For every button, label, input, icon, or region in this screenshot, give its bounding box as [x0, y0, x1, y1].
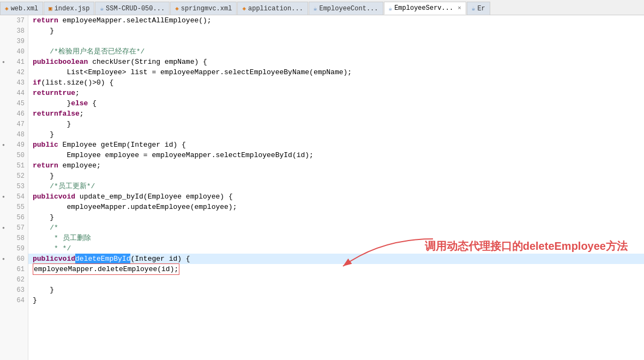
tab-employee-cont[interactable]: ☕EmployeeCont...: [309, 2, 383, 15]
tab-springmvc-xml[interactable]: ◈springmvc.xml: [170, 2, 237, 15]
tab-icon-ssm-crud: ☕: [100, 5, 104, 12]
line-number-52: 52: [0, 171, 28, 181]
tab-label-employee-serv: EmployeeServ...: [394, 4, 453, 12]
code-line-57: /*: [28, 223, 644, 233]
code-line-46: return false;: [28, 109, 644, 119]
line-number-44: 44: [0, 88, 28, 98]
line-number-64: 64: [0, 295, 28, 305]
line-number-51: 51: [0, 160, 28, 171]
tab-label-employee-cont: EmployeeCont...: [319, 5, 378, 13]
code-line-63: }: [28, 285, 644, 295]
code-line-41: public boolean checkUser(String empName)…: [28, 57, 644, 67]
code-line-47: }: [28, 119, 644, 129]
line-number-63: 63: [0, 285, 28, 295]
code-line-54: public void update_emp_byId(Employee emp…: [28, 191, 644, 202]
tab-icon-application: ◈: [242, 5, 246, 12]
line-number-37: 37: [0, 15, 28, 26]
line-numbers: 3738394041424344454647484950515253545556…: [0, 15, 28, 360]
tab-emp-tab[interactable]: ☕Er: [467, 2, 490, 15]
code-line-44: return true;: [28, 88, 644, 98]
line-number-57: 57: [0, 223, 28, 233]
line-number-48: 48: [0, 129, 28, 140]
code-line-60: public void deleteEmpById(Integer id) {: [28, 254, 644, 264]
code-line-52: }: [28, 171, 644, 181]
code-line-59: * */: [28, 243, 644, 254]
code-lines: return employeeMapper.selectAllEmployee(…: [28, 15, 644, 305]
line-number-60: 60: [0, 254, 28, 264]
code-line-58: * 员工删除: [28, 233, 644, 243]
line-number-40: 40: [0, 46, 28, 57]
line-number-53: 53: [0, 181, 28, 191]
code-line-51: return employee;: [28, 160, 644, 171]
line-number-42: 42: [0, 67, 28, 77]
line-number-55: 55: [0, 202, 28, 212]
line-number-49: 49: [0, 140, 28, 150]
line-number-43: 43: [0, 77, 28, 88]
line-number-50: 50: [0, 150, 28, 160]
code-line-40: /*检验用户名是否已经存在*/: [28, 46, 644, 57]
line-number-56: 56: [0, 212, 28, 223]
tab-close-employee-serv[interactable]: ×: [458, 5, 461, 11]
tab-icon-index-jsp: ▣: [49, 5, 52, 12]
line-number-47: 47: [0, 119, 28, 129]
line-number-46: 46: [0, 109, 28, 119]
line-number-61: 61: [0, 264, 28, 274]
line-number-41: 41: [0, 57, 28, 67]
tab-icon-employee-serv: ☕: [389, 5, 393, 12]
tab-label-springmvc-xml: springmvc.xml: [181, 5, 232, 13]
code-container: 3738394041424344454647484950515253545556…: [0, 15, 644, 360]
code-line-45: }else {: [28, 98, 644, 109]
code-line-39: [28, 36, 644, 46]
tab-label-web-xml: web.xml: [11, 5, 38, 13]
line-number-54: 54: [0, 191, 28, 202]
tab-icon-emp-tab: ☕: [472, 5, 476, 12]
code-line-37: return employeeMapper.selectAllEmployee(…: [28, 15, 644, 26]
tab-label-ssm-crud: SSM-CRUD-050...: [106, 5, 165, 13]
tab-label-index-jsp: index.jsp: [55, 5, 90, 13]
tab-bar: ◈web.xml▣index.jsp☕SSM-CRUD-050...◈sprin…: [0, 0, 644, 15]
code-line-42: List<Employee> list = employeeMapper.sel…: [28, 67, 644, 77]
line-number-38: 38: [0, 26, 28, 36]
code-line-61: employeeMapper.deleteEmployee(id);: [28, 264, 644, 274]
code-line-50: Employee employee = employeeMapper.selec…: [28, 150, 644, 160]
line-number-62: 62: [0, 274, 28, 285]
line-number-59: 59: [0, 243, 28, 254]
code-line-43: if(list.size()>0) {: [28, 77, 644, 88]
code-content[interactable]: return employeeMapper.selectAllEmployee(…: [28, 15, 644, 360]
code-line-48: }: [28, 129, 644, 140]
tab-web-xml[interactable]: ◈web.xml: [0, 2, 43, 15]
code-line-64: }: [28, 295, 644, 305]
tab-label-application: application...: [248, 5, 303, 13]
tab-label-emp-tab: Er: [477, 5, 485, 13]
tab-index-jsp[interactable]: ▣index.jsp: [44, 2, 94, 15]
tab-icon-springmvc-xml: ◈: [175, 5, 179, 12]
code-line-53: /*员工更新*/: [28, 181, 644, 191]
tab-ssm-crud[interactable]: ☕SSM-CRUD-050...: [95, 2, 170, 15]
tab-employee-serv[interactable]: ☕EmployeeServ...×: [384, 2, 466, 15]
tab-icon-employee-cont: ☕: [314, 5, 317, 12]
line-number-45: 45: [0, 98, 28, 109]
line-number-39: 39: [0, 36, 28, 46]
line-number-58: 58: [0, 233, 28, 243]
code-line-56: }: [28, 212, 644, 223]
code-line-62: [28, 274, 644, 285]
code-line-49: public Employee getEmp(Integer id) {: [28, 140, 644, 150]
code-line-38: }: [28, 26, 644, 36]
tab-application[interactable]: ◈application...: [237, 2, 308, 15]
code-line-55: employeeMapper.updateEmployee(employee);: [28, 202, 644, 212]
tab-icon-web-xml: ◈: [5, 5, 9, 12]
